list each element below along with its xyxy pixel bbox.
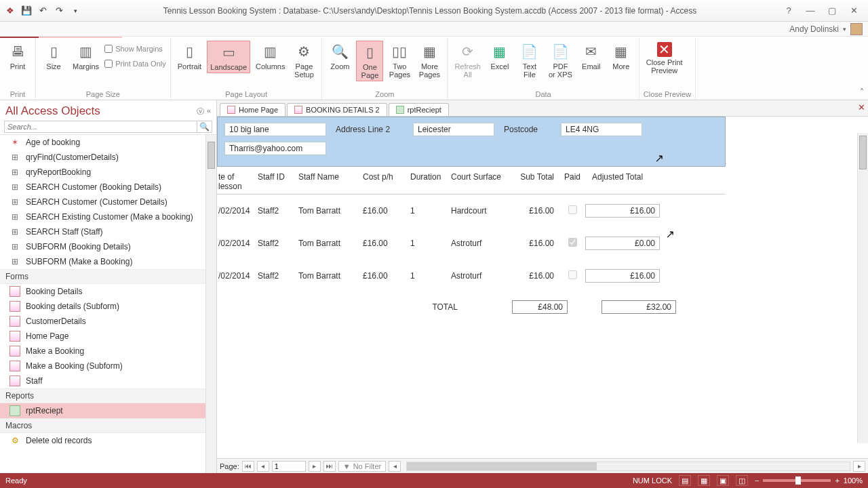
minimize-icon[interactable]: — (800, 3, 821, 18)
search-icon[interactable]: 🔍 (197, 121, 212, 133)
nav-item[interactable]: Home Page (0, 329, 216, 344)
nav-item[interactable]: ⊞qryFind(CustomerDetails) (0, 150, 216, 165)
query-icon: ⊞ (9, 256, 20, 267)
user-dropdown-icon[interactable]: ▾ (843, 26, 846, 33)
landscape-button[interactable]: ▭Landscape (207, 41, 250, 73)
nav-item-label: Make a Booking (Subform) (26, 361, 123, 371)
cell-staffid: Staff2 (258, 239, 298, 248)
zoom-level[interactable]: 100% (844, 476, 863, 485)
nav-item-label: qryReportBooking (26, 167, 91, 177)
zoom-out-button[interactable]: − (755, 476, 759, 485)
no-filter-button[interactable]: ▼No Filter (338, 461, 386, 472)
more-pages-button[interactable]: ▦More Pages (416, 41, 443, 80)
close-window-icon[interactable]: ✕ (844, 3, 864, 18)
excel-button[interactable]: ▦Excel (486, 41, 513, 72)
zoom-button[interactable]: 🔍Zoom (326, 41, 353, 72)
group-pagelayout: Page Layout (175, 89, 318, 98)
nav-dropdown-icon[interactable]: ⓥ (197, 106, 204, 117)
nav-item[interactable]: rptReciept (0, 403, 216, 418)
redo-icon[interactable]: ↷ (53, 5, 65, 17)
nav-item[interactable]: ⊞SEARCH Staff (Staff) (0, 224, 216, 239)
nav-category[interactable]: Reports⌃ (0, 388, 216, 403)
report-page[interactable]: 10 big lane Address Line 2 Leicester Pos… (217, 117, 868, 458)
refresh-all-button[interactable]: ⟳Refresh All (452, 41, 484, 80)
nav-category[interactable]: Macros⌃ (0, 418, 216, 433)
more-export-button[interactable]: ▦More (608, 41, 635, 72)
view-print-icon[interactable]: ▦ (698, 475, 710, 486)
close-preview-button[interactable]: ✕Close Print Preview (644, 41, 686, 76)
print-data-only-checkbox[interactable]: Print Data Only (104, 60, 166, 68)
address1-field: 10 big lane (224, 123, 326, 136)
nav-item[interactable]: ⊞SUBFORM (Booking Details) (0, 239, 216, 254)
nav-title[interactable]: All Access Objects (5, 104, 100, 118)
page-setup-button[interactable]: ⚙Page Setup (290, 41, 317, 80)
horizontal-scrollbar[interactable] (406, 462, 850, 471)
nav-scrollbar[interactable] (205, 135, 216, 473)
nav-item[interactable]: ⊞SEARCH Existing Customer (Make a bookin… (0, 209, 216, 224)
email-button[interactable]: ✉Email (578, 41, 605, 72)
city-field: Leicester (413, 123, 494, 136)
tab-booking-details[interactable]: BOOKING DETAILS 2 (287, 103, 387, 116)
text-file-button[interactable]: 📄Text File (516, 41, 543, 80)
tab-rptreciept[interactable]: rptReciept (389, 103, 449, 116)
nav-item[interactable]: Booking Details (0, 284, 216, 299)
portrait-button[interactable]: ▯Portrait (175, 41, 204, 72)
portrait-icon: ▯ (180, 42, 199, 61)
nav-item[interactable]: ⊞SEARCH Customer (Customer Details) (0, 195, 216, 209)
group-zoom: Zoom (326, 89, 443, 98)
first-page-button[interactable]: ⏮ (242, 461, 254, 472)
collapse-ribbon-icon[interactable]: ˄ (860, 87, 864, 97)
col-duration: Duration (410, 172, 451, 191)
view-design-icon[interactable]: ◫ (736, 475, 748, 486)
last-page-button[interactable]: ⏭ (323, 461, 336, 472)
main-area: All Access Objects ⓥ« 🔍 ✶Age of booking⊞… (0, 100, 868, 473)
nav-collapse-icon[interactable]: « (207, 106, 211, 117)
qat-dropdown-icon[interactable]: ▾ (69, 5, 81, 17)
one-page-button[interactable]: ▯One Page (356, 41, 383, 81)
avatar[interactable] (850, 23, 863, 35)
pdf-xps-button[interactable]: 📄PDF or XPS (546, 41, 575, 80)
maximize-icon[interactable]: ▢ (822, 3, 842, 18)
nav-item[interactable]: Booking details (Subform) (0, 299, 216, 314)
tab-home-page[interactable]: Home Page (220, 103, 285, 116)
search-input[interactable] (4, 121, 197, 133)
nav-item[interactable]: ⊞SEARCH Customer (Booking Details) (0, 180, 216, 195)
margins-button[interactable]: ▥Margins (70, 41, 102, 72)
nav-item[interactable]: ✶Age of booking (0, 135, 216, 150)
next-page-button[interactable]: ▸ (309, 461, 321, 472)
size-button[interactable]: ▯Size (40, 41, 67, 72)
document-area: Home Page BOOKING DETAILS 2 rptReciept ✕… (217, 100, 868, 473)
zoom-in-button[interactable]: + (835, 476, 839, 485)
view-report-icon[interactable]: ▤ (679, 475, 691, 486)
user-name[interactable]: Andy Dolinski (789, 24, 839, 34)
two-pages-button[interactable]: ▯▯Two Pages (386, 41, 413, 80)
nav-item[interactable]: ⊞qryReportBooking (0, 165, 216, 180)
ribbon: 🖶 Print Print ▯Size ▥Margins Show Margin… (0, 38, 868, 100)
close-tab-icon[interactable]: ✕ (858, 102, 865, 113)
zoom-slider[interactable] (763, 479, 831, 482)
nav-item[interactable]: Staff (0, 373, 216, 388)
nav-item[interactable]: Make a Booking (Subform) (0, 359, 216, 373)
show-margins-checkbox[interactable]: Show Margins (104, 45, 166, 53)
save-icon[interactable]: 💾 (20, 5, 33, 17)
nav-item[interactable]: ⊞SUBFORM (Make a Booking) (0, 254, 216, 269)
nav-category[interactable]: Forms⌃ (0, 269, 216, 284)
page-number-input[interactable] (272, 461, 306, 472)
nav-item-label: CustomerDetails (26, 317, 86, 326)
col-adjusted: Adjusted Total (585, 172, 653, 191)
nav-item[interactable]: Make a Booking (0, 344, 216, 359)
nav-item[interactable]: ⚙Delete old records (0, 433, 216, 448)
undo-icon[interactable]: ↶ (37, 5, 49, 17)
print-button[interactable]: 🖶 Print (4, 41, 31, 72)
col-subtotal: Sub Total (512, 172, 559, 191)
columns-button[interactable]: ▥Columns (253, 41, 288, 72)
hscroll-left-button[interactable]: ◂ (389, 461, 401, 472)
col-cost: Cost p/h (363, 172, 410, 191)
prev-page-button[interactable]: ◂ (257, 461, 269, 472)
view-layout-icon[interactable]: ▣ (717, 475, 729, 486)
nav-item[interactable]: CustomerDetails (0, 314, 216, 329)
hscroll-right-button[interactable]: ▸ (853, 461, 865, 472)
category-label: Macros (5, 421, 32, 430)
help-icon[interactable]: ? (778, 3, 799, 18)
vertical-scrollbar[interactable] (857, 133, 868, 443)
